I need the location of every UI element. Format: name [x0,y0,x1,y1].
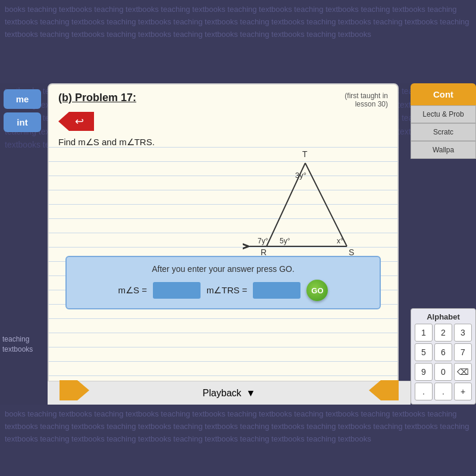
numpad: Alphabet 1 2 3 5 6 7 9 0 ⌫ . . + [411,308,476,405]
numpad-key-backspace[interactable]: ⌫ [454,363,472,381]
answer-row: m∠S = m∠TRS = GO [75,280,371,301]
mS-input[interactable] [153,282,201,299]
scratch-button[interactable]: Scratc [411,123,476,141]
numpad-key-7[interactable]: 7 [454,343,472,361]
angle-3y: 3y° [295,171,306,180]
nav-arrow-left[interactable] [60,380,89,400]
numpad-key-dot1[interactable]: . [415,383,433,400]
cont-button[interactable]: Cont [411,83,476,105]
problem-title: (b) Problem 17: [58,92,136,104]
label-S: S [349,248,354,257]
numpad-key-plus[interactable]: + [454,383,472,400]
teaching-line1: teaching [2,334,45,345]
int-button[interactable]: int [4,112,41,132]
top-background-strip: books teaching textbooks teaching textbo… [0,0,476,83]
numpad-key-3[interactable]: 3 [454,324,472,342]
bottom-background-strip: books teaching textbooks teaching textbo… [0,405,476,476]
back-arrow-container: ↩ [58,112,388,131]
back-arrow-button[interactable]: ↩ [58,112,94,131]
label-T: T [302,149,308,159]
svg-line-2 [305,163,347,246]
teaching-overlay: teaching textbooks [0,332,48,357]
angle-5y: 5y° [280,237,290,245]
angle-x: x° [337,237,343,245]
lecture-button[interactable]: Lectu & Prob [411,105,476,123]
teaching-line2: textbooks [2,345,45,355]
card-header: (b) Problem 17: (first taught in lesson … [49,84,397,112]
home-button[interactable]: me [4,89,41,109]
angle-7y: 7y° [258,237,268,245]
numpad-key-dot2[interactable]: . [434,383,452,400]
nav-arrows [48,377,411,403]
mTRS-input[interactable] [253,282,300,299]
numpad-grid: 1 2 3 5 6 7 9 0 ⌫ . . + [415,324,472,400]
numpad-key-2[interactable]: 2 [434,324,452,342]
main-card: (b) Problem 17: (first taught in lesson … [48,83,399,405]
numpad-key-0[interactable]: 0 [434,363,452,381]
numpad-key-9[interactable]: 9 [415,363,433,381]
numpad-key-1[interactable]: 1 [415,324,433,342]
mTRS-label: m∠TRS = [206,285,247,296]
left-sidebar: me int [0,83,45,138]
go-button[interactable]: GO [306,280,328,301]
problem-subtitle: (first taught in lesson 30) [345,92,388,108]
numpad-key-6[interactable]: 6 [434,343,452,361]
numpad-key-5[interactable]: 5 [415,343,433,361]
triangle-diagram: T R S 3y° 7y° 5y° x° [243,145,386,282]
nav-arrow-right[interactable] [369,380,399,400]
card-body: Find m∠S and m∠TRS. [49,133,397,403]
label-R: R [261,248,267,257]
wallpa-button[interactable]: Wallpa [411,141,476,159]
right-sidebar: Cont Lectu & Prob Scratc Wallpa [411,83,476,159]
mS-label: m∠S = [118,285,147,296]
back-arrow-icon: ↩ [75,115,84,128]
numpad-title: Alphabet [415,312,472,321]
triangle-svg: T R S 3y° 7y° 5y° x° [243,145,380,276]
